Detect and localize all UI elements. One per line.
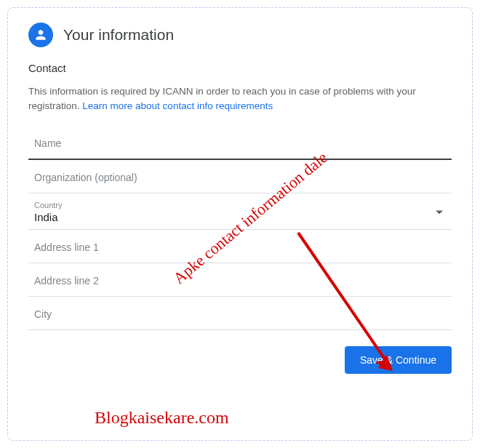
page-title: Your information (63, 26, 174, 44)
organization-label: Organization (optional) (34, 172, 447, 183)
city-field[interactable]: City (28, 297, 452, 330)
button-row: Save & Continue (28, 330, 452, 374)
country-small-label: Country (34, 201, 447, 209)
organization-field[interactable]: Organization (optional) (28, 160, 452, 193)
address-line-1-field[interactable]: Address line 1 (28, 230, 452, 263)
save-continue-button[interactable]: Save & Continue (345, 346, 452, 374)
contact-heading: Contact (28, 62, 452, 74)
person-icon (28, 23, 53, 47)
name-field[interactable]: Name (28, 126, 452, 160)
city-label: City (34, 308, 447, 320)
country-value: India (34, 211, 447, 223)
address2-label: Address line 2 (34, 275, 447, 287)
header-row: Your information (28, 23, 452, 47)
address1-label: Address line 1 (34, 241, 447, 253)
your-information-card: Your information Contact This informatio… (7, 7, 473, 441)
name-label: Name (34, 137, 447, 149)
address-line-2-field[interactable]: Address line 2 (28, 263, 452, 297)
chevron-down-icon (436, 210, 443, 214)
learn-more-link[interactable]: Learn more about contact info requiremen… (82, 100, 273, 111)
info-text: This information is required by ICANN in… (28, 84, 452, 113)
country-field[interactable]: Country India (28, 193, 452, 230)
